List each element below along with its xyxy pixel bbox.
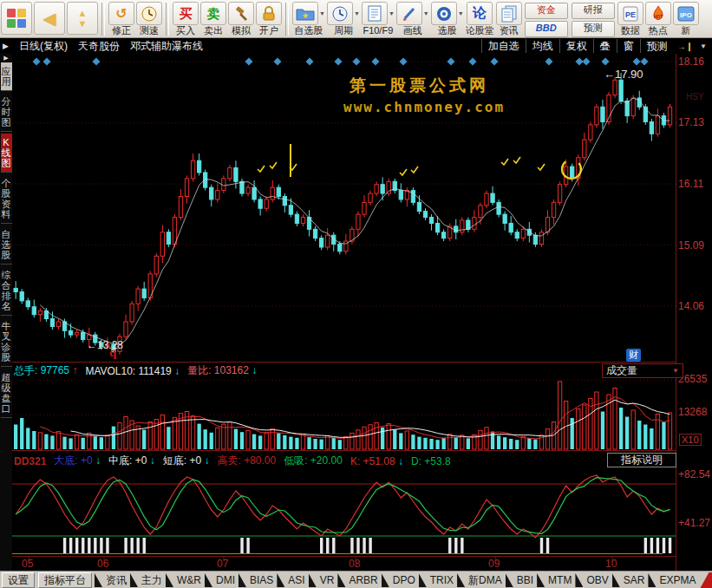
toolbar-label: 卖出	[204, 25, 223, 36]
header-field-2: MAVOL10: 111419 ↓	[85, 365, 180, 377]
play-icon[interactable]: ▶	[3, 42, 9, 50]
toolbar-open-account-button[interactable]: 开户	[256, 2, 282, 36]
svg-text:★: ★	[302, 11, 309, 20]
funds-button[interactable]: 资金	[525, 3, 568, 19]
scroll-up-down-buttons[interactable]: ▲ ▼	[67, 2, 98, 35]
titlebar-button-6[interactable]: 预测	[640, 39, 674, 53]
toolbar-simulate-button[interactable]: 模拟	[228, 2, 254, 36]
toolbar-separator	[101, 3, 105, 36]
toolbar-forum-button[interactable]: 论 论股堂	[466, 2, 494, 36]
hsy-watermark: HSY	[686, 92, 704, 101]
bottom-tab-资讯[interactable]: 资讯	[103, 573, 129, 588]
bottom-tab-BIAS[interactable]: BIAS	[247, 574, 276, 586]
clock-icon	[140, 5, 158, 23]
bottom-tab-EXPMA[interactable]: EXPMA	[656, 574, 698, 586]
sidebar-item-5[interactable]: 自选股	[1, 225, 12, 265]
research-report-button[interactable]: 研报	[572, 3, 615, 19]
toolbar-stock-picker-button[interactable]: ▼ 选股	[431, 2, 464, 36]
bottom-tab-OBV[interactable]: OBV	[584, 574, 611, 586]
titlebar-button-4[interactable]: 叠	[593, 39, 617, 53]
titlebar-button-1[interactable]: 加自选	[481, 39, 526, 53]
sidebar-item-3[interactable]: K线图	[1, 134, 12, 173]
bottom-button-1[interactable]: 设置	[2, 572, 35, 588]
tab-separator	[506, 573, 513, 587]
svg-text:09: 09	[488, 558, 500, 570]
toolbar-label: 测速	[140, 25, 159, 36]
volume-dropdown-label: 成交量	[606, 363, 637, 378]
tab-separator	[457, 573, 465, 587]
bottom-tab-SAR[interactable]: SAR	[621, 574, 648, 586]
toolbar-label: 周期	[334, 25, 353, 36]
apps-grid-button[interactable]	[1, 2, 32, 35]
bottom-tab-VR[interactable]: VR	[317, 574, 337, 586]
toolbar-sell-button[interactable]: 卖 卖出	[200, 2, 226, 36]
sidebar-item-1[interactable]: 应用	[1, 62, 12, 91]
dropdown-caret-icon[interactable]: ▼	[696, 42, 712, 50]
titlebar-button-5[interactable]: 窗	[617, 39, 640, 53]
toolbar-period-button[interactable]: ▼ 周期	[327, 2, 360, 36]
toolbar-ipo-button[interactable]: IPO 新	[673, 2, 699, 36]
bottom-tab-MTM[interactable]: MTM	[545, 574, 574, 586]
sidebar-item-8[interactable]: 超级盘口	[1, 369, 12, 418]
toolbar-separator	[166, 3, 169, 36]
tab-separator	[95, 573, 102, 587]
indicator-help-button[interactable]: 指标说明	[607, 453, 676, 467]
sidebar-item-4[interactable]: 个股资料	[1, 174, 12, 224]
bottom-tab-ARBR[interactable]: ARBR	[346, 574, 380, 586]
toolbar-label: 热点	[649, 25, 668, 36]
bottom-tab-active[interactable]: DD321	[700, 572, 712, 588]
price-axis-label: 15.09	[678, 239, 712, 252]
toolbar-draw-line-button[interactable]: ▼ 画线	[396, 2, 429, 36]
tab-separator	[537, 573, 545, 587]
buy-icon: 买	[180, 7, 193, 20]
toolbar-xiuzheng-button[interactable]: ↺ 修正	[108, 2, 134, 36]
bottom-button-2[interactable]: 指标平台	[38, 572, 92, 588]
forum-icon: 论	[473, 4, 487, 23]
trading-app-window: ◀ ▲ ▼ ↺ 修正 测速 买 买入 卖 卖出 模拟	[0, 0, 712, 588]
bottom-tab-W&R[interactable]: W&R	[174, 574, 204, 586]
sidebar-collapse-icon[interactable]: ▶	[0, 54, 12, 62]
toolbar-label: 模拟	[232, 25, 251, 36]
chevron-down-icon: ▼	[458, 10, 464, 16]
titlebar-button-3[interactable]: 复权	[559, 39, 593, 53]
bottom-tab-DPO[interactable]: DPO	[390, 574, 418, 586]
chevron-down-icon: ▼	[389, 10, 395, 16]
toolbar-label: 自选股	[294, 25, 323, 36]
bottom-tab-DMI[interactable]: DMI	[213, 574, 238, 586]
volume-pane-header: 总手: 97765 ↑MAVOL10: 111419 ↓量比: 103162 ↓	[14, 363, 257, 378]
toolbar-data-button[interactable]: PE 数据	[617, 2, 643, 36]
sidebar-item-2[interactable]: 分时图	[1, 93, 12, 132]
bottom-tab-主力[interactable]: 主力	[139, 573, 165, 588]
funds-bbd-group: 资金 BBD	[525, 3, 568, 37]
cai-news-badge[interactable]: 财	[626, 349, 641, 362]
sidebar-item-7[interactable]: 牛叉诊股	[1, 317, 12, 367]
forecast-button[interactable]: 预测	[572, 21, 615, 37]
toolbar-f10-button[interactable]: ▼ F10/F9	[362, 2, 395, 36]
bottom-tab-ASI[interactable]: ASI	[285, 574, 307, 586]
high-price-annotation: ←17.90	[604, 68, 643, 81]
folder-star-icon: ★	[296, 6, 315, 22]
collapse-right-icon[interactable]: →❙	[674, 42, 696, 51]
sidebar-item-6[interactable]: 综合排名	[1, 266, 12, 316]
dd321-axis-label: +41.27	[678, 517, 712, 529]
gavel-icon	[232, 5, 250, 23]
chevron-down-icon: ▼	[423, 10, 429, 16]
toolbar-news-button[interactable]: 资讯	[496, 2, 522, 36]
toolbar-cesu-button[interactable]: 测速	[136, 2, 162, 36]
bottom-tab-新DMA[interactable]: 新DMA	[466, 573, 505, 588]
volume-indicator-dropdown[interactable]: 成交量 ▼	[602, 363, 683, 378]
toolbar-buy-button[interactable]: 买 买入	[173, 2, 199, 36]
bbd-button[interactable]: BBD	[525, 21, 568, 37]
bottom-tab-TRIX[interactable]: TRIX	[428, 574, 456, 586]
toolbar-hotspot-button[interactable]: HOT 热点	[645, 2, 671, 36]
bottom-tab-BBI[interactable]: BBI	[514, 574, 536, 586]
lock-icon	[260, 5, 278, 23]
back-button[interactable]: ◀	[34, 2, 65, 35]
volume-axis-label: 13268	[678, 406, 712, 418]
toolbar-watchlist-button[interactable]: ★▼ 自选股	[292, 2, 325, 36]
titlebar-button-2[interactable]: 均线	[526, 39, 559, 53]
chart-canvas[interactable]: 050607080910	[12, 54, 677, 571]
target-icon	[435, 5, 453, 23]
toolbar-label: 选股	[438, 25, 457, 36]
price-axis-area	[676, 54, 712, 571]
